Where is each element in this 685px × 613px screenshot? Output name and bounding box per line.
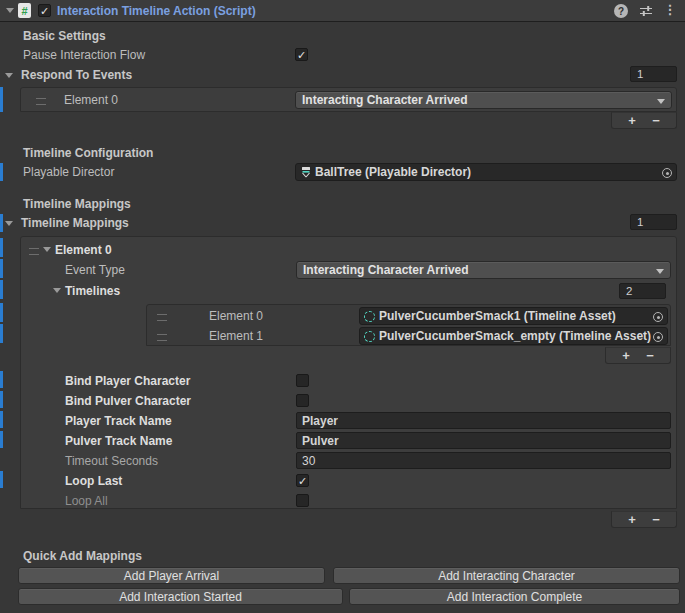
timeline-asset-field-0[interactable]: PulverCucumberSmack1 (Timeline Asset) (359, 307, 668, 325)
object-picker-icon[interactable] (651, 330, 665, 344)
section-label: Quick Add Mappings (23, 549, 142, 563)
element-label: Element 0 (55, 243, 112, 257)
mappings-list: Element 0 Event Type Interacting Charact… (20, 236, 677, 509)
timelines-size-field[interactable]: 2 (619, 283, 666, 299)
object-field-value: PulverCucumberSmack_empty (Timeline Asse… (379, 329, 651, 343)
override-bar (0, 371, 3, 388)
basic-settings-header: Basic Settings (23, 27, 106, 45)
timeline-asset-icon (364, 311, 375, 322)
field-label: Pause Interaction Flow (23, 48, 145, 62)
script-icon: # (18, 3, 31, 18)
bind-pulver-checkbox[interactable] (296, 394, 309, 407)
loop-last-checkbox[interactable]: ✓ (296, 474, 309, 487)
help-icon[interactable]: ? (614, 4, 628, 18)
field-label: Bind Pulver Character (65, 394, 191, 408)
timeline-mappings-foldout-row[interactable]: Timeline Mappings (5, 214, 129, 232)
override-bar (0, 280, 3, 299)
add-player-arrival-button[interactable]: Add Player Arrival (18, 567, 325, 584)
component-header: # ✓ Interaction Timeline Action (Script)… (0, 0, 685, 22)
kebab-menu-icon[interactable]: ⋮ (663, 1, 677, 19)
field-label: Player Track Name (65, 414, 172, 428)
respond-to-events-label: Respond To Events (21, 68, 132, 82)
add-element-button[interactable]: + (628, 114, 636, 128)
drag-handle-icon[interactable] (157, 314, 167, 321)
bind-player-checkbox[interactable] (296, 374, 309, 387)
timelines-list: Element 0 PulverCucumberSmack1 (Timeline… (146, 304, 671, 346)
timeline-asset-field-1[interactable]: PulverCucumberSmack_empty (Timeline Asse… (359, 327, 668, 345)
respond-list: Element 0 Interacting Character Arrived (20, 87, 677, 112)
quick-add-header: Quick Add Mappings (23, 547, 142, 565)
component-title[interactable]: Interaction Timeline Action (Script) (57, 4, 256, 18)
add-interacting-character-button[interactable]: Add Interacting Character (333, 567, 680, 584)
timeline-mappings-section-header: Timeline Mappings (23, 195, 131, 213)
field-label: Pulver Track Name (65, 434, 172, 448)
mapping-element-header: Element 0 (55, 241, 112, 259)
player-track-name-row: Player Track Name (65, 412, 172, 430)
event-type-dropdown[interactable]: Interacting Character Arrived (296, 261, 671, 279)
field-label: Timeout Seconds (65, 454, 158, 468)
timeline-element-row: Element 0 (209, 307, 263, 325)
pause-interaction-flow-checkbox[interactable]: ✓ (295, 48, 308, 61)
add-interaction-complete-button[interactable]: Add Interaction Complete (349, 588, 680, 605)
object-picker-icon[interactable] (660, 166, 674, 180)
respond-element-row: Element 0 (64, 91, 118, 109)
playable-director-icon (300, 166, 312, 178)
component-foldout-icon[interactable] (6, 8, 14, 13)
respond-to-events-row[interactable]: Respond To Events (5, 66, 132, 84)
add-timeline-button[interactable]: + (622, 349, 630, 363)
add-mapping-button[interactable]: + (628, 513, 636, 527)
playable-director-field[interactable]: BallTree (Playable Director) (295, 163, 677, 181)
dropdown-value: Interacting Character Arrived (302, 93, 468, 107)
unity-inspector: # ✓ Interaction Timeline Action (Script)… (0, 0, 685, 613)
chevron-down-icon (657, 99, 665, 104)
loop-all-row: Loop All (65, 492, 108, 510)
pulver-track-name-input[interactable]: Pulver (296, 432, 671, 449)
override-bar (0, 431, 3, 448)
override-bar (0, 259, 3, 278)
remove-mapping-button[interactable]: − (652, 513, 660, 527)
respond-list-footer: + − (611, 112, 677, 129)
section-label: Basic Settings (23, 29, 106, 43)
field-label: Loop Last (65, 474, 122, 488)
pulver-track-name-row: Pulver Track Name (65, 432, 172, 450)
foldout-icon[interactable] (43, 247, 51, 252)
dropdown-value: Interacting Character Arrived (303, 263, 469, 277)
element-label: Element 0 (64, 93, 118, 107)
object-picker-icon[interactable] (651, 310, 665, 324)
remove-element-button[interactable]: − (652, 114, 660, 128)
presets-icon[interactable] (639, 4, 653, 21)
loop-all-checkbox[interactable] (296, 494, 309, 507)
drag-handle-icon[interactable] (157, 334, 167, 341)
foldout-icon[interactable] (53, 288, 61, 293)
foldout-icon[interactable] (5, 73, 13, 78)
field-label: Playable Director (23, 165, 114, 179)
player-track-name-input[interactable]: Player (296, 412, 671, 429)
remove-timeline-button[interactable]: − (646, 349, 654, 363)
timelines-row: Timelines (65, 282, 120, 300)
chevron-down-icon (656, 269, 664, 274)
timelines-list-footer: + − (605, 347, 671, 364)
drag-handle-icon[interactable] (36, 98, 46, 105)
drag-handle-icon[interactable] (29, 248, 39, 255)
add-interaction-started-button[interactable]: Add Interaction Started (18, 588, 343, 605)
element-label: Element 0 (209, 309, 263, 323)
field-label: Event Type (65, 263, 125, 277)
timeline-configuration-header: Timeline Configuration (23, 144, 153, 162)
override-bar (0, 303, 3, 322)
pause-interaction-flow-row: Pause Interaction Flow (23, 46, 145, 64)
object-field-value: BallTree (Playable Director) (315, 165, 471, 179)
timeline-asset-icon (364, 331, 375, 342)
timeout-seconds-input[interactable]: 30 (296, 452, 671, 469)
timeout-seconds-row: Timeout Seconds (65, 452, 158, 470)
respond-size-field[interactable]: 1 (630, 66, 677, 82)
bind-pulver-row: Bind Pulver Character (65, 392, 191, 410)
field-label: Bind Player Character (65, 374, 190, 388)
section-label: Timeline Configuration (23, 146, 153, 160)
loop-last-row: Loop Last (65, 472, 122, 490)
foldout-icon[interactable] (5, 221, 13, 226)
field-label: Loop All (65, 494, 108, 508)
component-enabled-checkbox[interactable]: ✓ (38, 4, 51, 17)
section-label: Timeline Mappings (23, 197, 131, 211)
respond-event-dropdown[interactable]: Interacting Character Arrived (295, 91, 672, 109)
mappings-size-field[interactable]: 1 (630, 214, 677, 230)
